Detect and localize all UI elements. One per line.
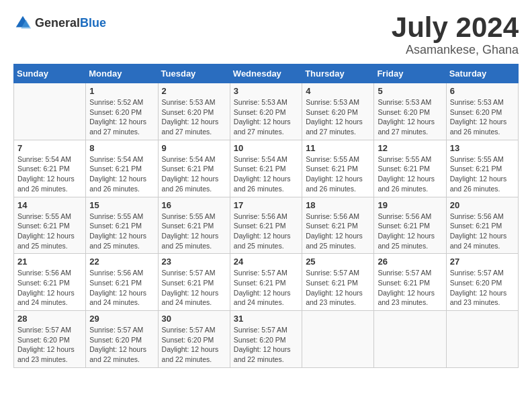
day-number: 15 <box>89 200 154 210</box>
day-info: Sunrise: 5:55 AM Sunset: 6:21 PM Dayligh… <box>17 212 82 251</box>
calendar-cell: 8Sunrise: 5:54 AM Sunset: 6:21 PM Daylig… <box>86 140 158 197</box>
day-number: 27 <box>450 257 515 267</box>
calendar-cell: 10Sunrise: 5:54 AM Sunset: 6:21 PM Dayli… <box>230 140 302 197</box>
day-number: 14 <box>17 200 82 210</box>
logo-general: General <box>35 16 80 30</box>
day-number: 17 <box>234 200 298 210</box>
day-number: 26 <box>378 257 442 267</box>
day-info: Sunrise: 5:54 AM Sunset: 6:21 PM Dayligh… <box>234 154 298 194</box>
day-info: Sunrise: 5:57 AM Sunset: 6:21 PM Dayligh… <box>306 268 370 308</box>
day-number: 30 <box>162 314 226 324</box>
day-number: 7 <box>17 143 82 153</box>
day-info: Sunrise: 5:54 AM Sunset: 6:21 PM Dayligh… <box>17 154 82 194</box>
day-number: 22 <box>89 257 154 267</box>
calendar-cell: 25Sunrise: 5:57 AM Sunset: 6:21 PM Dayli… <box>302 254 374 311</box>
calendar-cell <box>302 311 374 368</box>
calendar-cell: 16Sunrise: 5:55 AM Sunset: 6:21 PM Dayli… <box>158 197 230 254</box>
month-title: July 2024 <box>392 13 519 42</box>
day-info: Sunrise: 5:55 AM Sunset: 6:21 PM Dayligh… <box>378 154 442 194</box>
day-number: 23 <box>162 257 226 267</box>
calendar-cell: 1Sunrise: 5:52 AM Sunset: 6:20 PM Daylig… <box>86 83 158 140</box>
day-of-week-header: Wednesday <box>230 64 302 83</box>
day-number: 8 <box>89 143 154 153</box>
calendar-cell: 2Sunrise: 5:53 AM Sunset: 6:20 PM Daylig… <box>158 83 230 140</box>
calendar-cell <box>374 311 446 368</box>
day-info: Sunrise: 5:57 AM Sunset: 6:20 PM Dayligh… <box>234 325 298 365</box>
calendar-cell <box>446 311 518 368</box>
day-info: Sunrise: 5:53 AM Sunset: 6:20 PM Dayligh… <box>234 97 298 137</box>
day-number: 21 <box>17 257 82 267</box>
location-title: Asamankese, Ghana <box>392 43 519 57</box>
day-of-week-header: Thursday <box>302 64 374 83</box>
day-info: Sunrise: 5:57 AM Sunset: 6:20 PM Dayligh… <box>162 325 226 365</box>
day-of-week-header: Sunday <box>14 64 86 83</box>
calendar-cell: 19Sunrise: 5:56 AM Sunset: 6:21 PM Dayli… <box>374 197 446 254</box>
day-number: 31 <box>234 314 298 324</box>
day-number: 24 <box>234 257 298 267</box>
calendar-cell: 13Sunrise: 5:55 AM Sunset: 6:21 PM Dayli… <box>446 140 518 197</box>
calendar-cell: 14Sunrise: 5:55 AM Sunset: 6:21 PM Dayli… <box>14 197 86 254</box>
day-number: 25 <box>306 257 370 267</box>
day-number: 10 <box>234 143 298 153</box>
calendar-cell: 22Sunrise: 5:56 AM Sunset: 6:21 PM Dayli… <box>86 254 158 311</box>
calendar-cell: 12Sunrise: 5:55 AM Sunset: 6:21 PM Dayli… <box>374 140 446 197</box>
calendar-cell: 29Sunrise: 5:57 AM Sunset: 6:20 PM Dayli… <box>86 311 158 368</box>
day-number: 3 <box>234 86 298 96</box>
day-info: Sunrise: 5:57 AM Sunset: 6:20 PM Dayligh… <box>89 325 154 365</box>
day-number: 6 <box>450 86 515 96</box>
day-number: 19 <box>378 200 442 210</box>
day-info: Sunrise: 5:55 AM Sunset: 6:21 PM Dayligh… <box>450 154 515 194</box>
day-info: Sunrise: 5:53 AM Sunset: 6:20 PM Dayligh… <box>378 97 442 137</box>
day-info: Sunrise: 5:53 AM Sunset: 6:20 PM Dayligh… <box>306 97 370 137</box>
day-number: 16 <box>162 200 226 210</box>
day-info: Sunrise: 5:57 AM Sunset: 6:21 PM Dayligh… <box>378 268 442 308</box>
calendar-table: SundayMondayTuesdayWednesdayThursdayFrid… <box>13 64 519 368</box>
day-info: Sunrise: 5:52 AM Sunset: 6:20 PM Dayligh… <box>89 97 154 137</box>
title-area: July 2024 Asamankese, Ghana <box>392 13 519 57</box>
calendar-week-row: 14Sunrise: 5:55 AM Sunset: 6:21 PM Dayli… <box>14 197 519 254</box>
day-of-week-header: Tuesday <box>158 64 230 83</box>
day-number: 4 <box>306 86 370 96</box>
day-info: Sunrise: 5:54 AM Sunset: 6:21 PM Dayligh… <box>89 154 154 194</box>
day-number: 11 <box>306 143 370 153</box>
calendar-cell: 30Sunrise: 5:57 AM Sunset: 6:20 PM Dayli… <box>158 311 230 368</box>
day-number: 5 <box>378 86 442 96</box>
day-info: Sunrise: 5:57 AM Sunset: 6:20 PM Dayligh… <box>17 325 82 365</box>
calendar-cell: 28Sunrise: 5:57 AM Sunset: 6:20 PM Dayli… <box>14 311 86 368</box>
logo-blue: Blue <box>80 16 106 30</box>
day-number: 28 <box>17 314 82 324</box>
day-of-week-header: Friday <box>374 64 446 83</box>
calendar-week-row: 28Sunrise: 5:57 AM Sunset: 6:20 PM Dayli… <box>14 311 519 368</box>
day-info: Sunrise: 5:54 AM Sunset: 6:21 PM Dayligh… <box>162 154 226 194</box>
day-info: Sunrise: 5:56 AM Sunset: 6:21 PM Dayligh… <box>89 268 154 308</box>
logo: GeneralBlue <box>13 13 106 32</box>
day-number: 29 <box>89 314 154 324</box>
calendar-cell: 17Sunrise: 5:56 AM Sunset: 6:21 PM Dayli… <box>230 197 302 254</box>
calendar-header-row: SundayMondayTuesdayWednesdayThursdayFrid… <box>14 64 519 83</box>
calendar-cell: 27Sunrise: 5:57 AM Sunset: 6:20 PM Dayli… <box>446 254 518 311</box>
day-info: Sunrise: 5:57 AM Sunset: 6:20 PM Dayligh… <box>450 268 515 308</box>
day-info: Sunrise: 5:56 AM Sunset: 6:21 PM Dayligh… <box>450 212 515 251</box>
day-number: 12 <box>378 143 442 153</box>
calendar-cell: 18Sunrise: 5:56 AM Sunset: 6:21 PM Dayli… <box>302 197 374 254</box>
day-number: 18 <box>306 200 370 210</box>
calendar-cell: 15Sunrise: 5:55 AM Sunset: 6:21 PM Dayli… <box>86 197 158 254</box>
calendar-cell: 3Sunrise: 5:53 AM Sunset: 6:20 PM Daylig… <box>230 83 302 140</box>
calendar-cell: 20Sunrise: 5:56 AM Sunset: 6:21 PM Dayli… <box>446 197 518 254</box>
day-of-week-header: Saturday <box>446 64 518 83</box>
day-info: Sunrise: 5:56 AM Sunset: 6:21 PM Dayligh… <box>17 268 82 308</box>
calendar-cell: 21Sunrise: 5:56 AM Sunset: 6:21 PM Dayli… <box>14 254 86 311</box>
day-number: 20 <box>450 200 515 210</box>
calendar-cell: 5Sunrise: 5:53 AM Sunset: 6:20 PM Daylig… <box>374 83 446 140</box>
calendar-cell: 23Sunrise: 5:57 AM Sunset: 6:21 PM Dayli… <box>158 254 230 311</box>
page-header: GeneralBlue July 2024 Asamankese, Ghana <box>13 13 519 57</box>
calendar-cell: 7Sunrise: 5:54 AM Sunset: 6:21 PM Daylig… <box>14 140 86 197</box>
calendar-cell: 11Sunrise: 5:55 AM Sunset: 6:21 PM Dayli… <box>302 140 374 197</box>
day-info: Sunrise: 5:53 AM Sunset: 6:20 PM Dayligh… <box>162 97 226 137</box>
day-info: Sunrise: 5:57 AM Sunset: 6:21 PM Dayligh… <box>234 268 298 308</box>
calendar-cell: 9Sunrise: 5:54 AM Sunset: 6:21 PM Daylig… <box>158 140 230 197</box>
day-info: Sunrise: 5:57 AM Sunset: 6:21 PM Dayligh… <box>162 268 226 308</box>
day-info: Sunrise: 5:56 AM Sunset: 6:21 PM Dayligh… <box>378 212 442 251</box>
day-number: 1 <box>89 86 154 96</box>
calendar-cell: 24Sunrise: 5:57 AM Sunset: 6:21 PM Dayli… <box>230 254 302 311</box>
